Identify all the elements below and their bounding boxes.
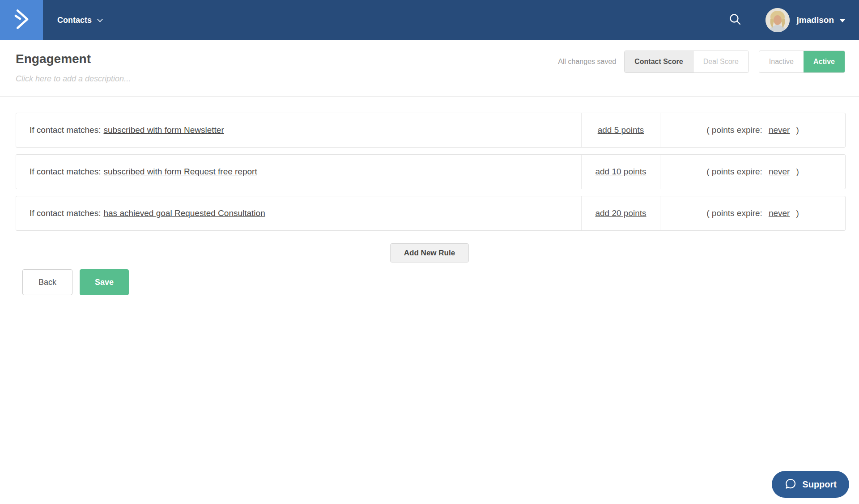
expire-close: ) bbox=[796, 167, 799, 177]
expire-value-link[interactable]: never bbox=[769, 167, 790, 177]
search-button[interactable] bbox=[726, 11, 744, 29]
rule-points-link[interactable]: add 20 points bbox=[595, 208, 646, 218]
save-status: All changes saved bbox=[558, 58, 616, 66]
toggle-active[interactable]: Active bbox=[804, 51, 845, 72]
scoring-rule-row: If contact matches: subscribed with form… bbox=[16, 113, 846, 148]
expire-value-link[interactable]: never bbox=[769, 125, 790, 135]
support-button[interactable]: Support bbox=[772, 471, 849, 498]
app-logo[interactable] bbox=[0, 0, 43, 40]
rule-match-prefix: If contact matches: bbox=[30, 208, 101, 218]
rule-match-prefix: If contact matches: bbox=[30, 167, 101, 177]
contacts-menu-label: Contacts bbox=[57, 16, 92, 25]
description-placeholder[interactable]: Click here to add a description... bbox=[16, 74, 846, 84]
chat-bubble-icon bbox=[784, 478, 797, 491]
add-rule-wrap: Add New Rule bbox=[0, 243, 859, 263]
rule-match-prefix: If contact matches: bbox=[30, 125, 101, 135]
rule-points-cell: add 5 points bbox=[581, 113, 660, 147]
rule-points-link[interactable]: add 10 points bbox=[595, 167, 646, 177]
expire-value-link[interactable]: never bbox=[769, 208, 790, 218]
active-state-toggle: Inactive Active bbox=[759, 51, 845, 73]
search-icon bbox=[728, 13, 742, 28]
page-header: Engagement Click here to add a descripti… bbox=[0, 40, 859, 97]
rule-condition-cell: If contact matches: has achieved goal Re… bbox=[16, 196, 581, 230]
rule-condition-link[interactable]: has achieved goal Requested Consultation bbox=[103, 208, 265, 218]
rule-expire-cell: ( points expire: never ) bbox=[660, 155, 845, 189]
rule-condition-link[interactable]: subscribed with form Newsletter bbox=[103, 125, 224, 135]
rule-condition-cell: If contact matches: subscribed with form… bbox=[16, 113, 581, 147]
caret-down-icon bbox=[839, 19, 846, 22]
expire-close: ) bbox=[796, 125, 799, 135]
expire-prefix: ( points expire: bbox=[706, 125, 762, 135]
expire-close: ) bbox=[796, 208, 799, 218]
navbar-right: jmadison bbox=[726, 8, 859, 32]
rule-points-link[interactable]: add 5 points bbox=[598, 125, 644, 135]
scoring-rule-row: If contact matches: has achieved goal Re… bbox=[16, 196, 846, 231]
user-avatar bbox=[765, 8, 790, 32]
rule-expire-cell: ( points expire: never ) bbox=[660, 196, 845, 230]
save-button[interactable]: Save bbox=[80, 269, 129, 295]
expire-prefix: ( points expire: bbox=[706, 208, 762, 218]
add-new-rule-button[interactable]: Add New Rule bbox=[390, 243, 469, 263]
back-button[interactable]: Back bbox=[22, 269, 72, 295]
rule-condition-cell: If contact matches: subscribed with form… bbox=[16, 155, 581, 189]
rule-condition-link[interactable]: subscribed with form Request free report bbox=[103, 167, 257, 177]
rule-expire-cell: ( points expire: never ) bbox=[660, 113, 845, 147]
header-controls: All changes saved Contact Score Deal Sco… bbox=[558, 51, 845, 73]
username-label: jmadison bbox=[797, 15, 834, 25]
score-type-toggle: Contact Score Deal Score bbox=[624, 51, 749, 73]
toggle-inactive[interactable]: Inactive bbox=[759, 51, 804, 72]
toggle-contact-score[interactable]: Contact Score bbox=[625, 51, 693, 72]
scoring-rules-list: If contact matches: subscribed with form… bbox=[16, 113, 846, 231]
toggle-deal-score[interactable]: Deal Score bbox=[693, 51, 748, 72]
expire-prefix: ( points expire: bbox=[706, 167, 762, 177]
scoring-rule-row: If contact matches: subscribed with form… bbox=[16, 154, 846, 189]
activecampaign-logo-icon bbox=[10, 8, 33, 33]
top-navbar: Contacts jmadis bbox=[0, 0, 859, 40]
rule-points-cell: add 20 points bbox=[581, 196, 660, 230]
contacts-menu[interactable]: Contacts bbox=[57, 16, 102, 25]
footer-actions: Back Save bbox=[22, 269, 859, 295]
chevron-down-icon bbox=[97, 17, 103, 22]
user-menu[interactable]: jmadison bbox=[765, 8, 846, 32]
support-label: Support bbox=[802, 479, 837, 490]
rule-points-cell: add 10 points bbox=[581, 155, 660, 189]
